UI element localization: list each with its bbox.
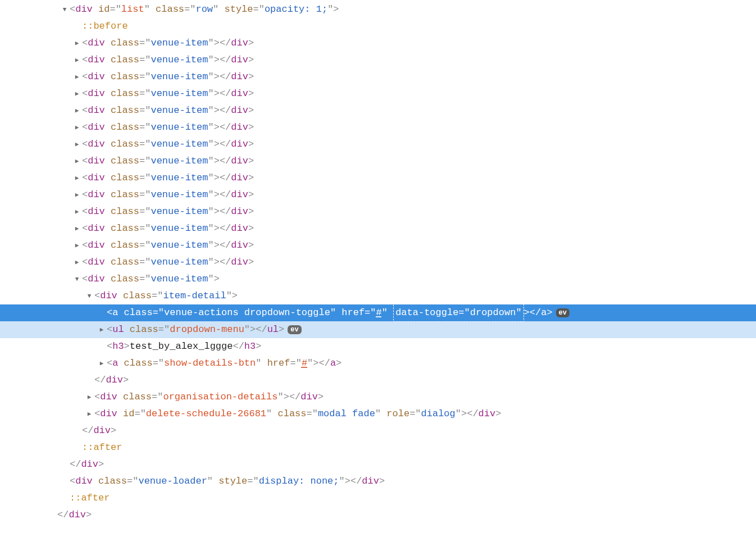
node-row-venue-item-expanded[interactable]: ▼ <div class="venue-item" > <box>0 271 756 288</box>
node-row-venue-item[interactable]: ▶<div class="venue-item"></div> <box>0 136 756 153</box>
node-row-venue-item[interactable]: ▶<div class="venue-item"></div> <box>0 69 756 85</box>
chevron-right-icon[interactable]: ▶ <box>73 203 81 220</box>
node-row-show-details[interactable]: ▶ <a class="show-details-btn" href="#" >… <box>0 355 756 372</box>
attr-value: display: none; <box>259 473 339 490</box>
attr-value: venue-item <box>151 69 208 85</box>
chevron-right-icon[interactable]: ▶ <box>73 237 81 254</box>
chevron-right-icon[interactable]: ▶ <box>73 220 81 237</box>
attr-value: delete-schedule-26681 <box>146 406 266 422</box>
attr-value: venue-item <box>151 186 208 203</box>
node-row-selected-anchor[interactable]: <a class="venue-actions dropdown-toggle"… <box>0 304 756 321</box>
chevron-right-icon[interactable]: ▶ <box>73 170 81 186</box>
attr-value: row <box>195 1 213 18</box>
attr-value: list <box>121 1 144 18</box>
attr-value: show-details-btn <box>164 355 256 372</box>
attr-value: opacity: 1; <box>265 1 327 18</box>
node-row-venue-item[interactable]: ▶<div class="venue-item"></div> <box>0 203 756 220</box>
chevron-right-icon[interactable]: ▶ <box>73 69 81 85</box>
node-row-venue-item[interactable]: ▶<div class="venue-item"></div> <box>0 170 756 186</box>
node-row-venue-item[interactable]: ▶<div class="venue-item"></div> <box>0 102 756 119</box>
node-row-dropdown-menu[interactable]: ▶ <ul class="dropdown-menu" ></ul> ev <box>0 321 756 338</box>
chevron-right-icon[interactable]: ▶ <box>85 406 93 422</box>
attr-value: venue-item <box>151 119 208 136</box>
attr-value: venue-item <box>151 203 208 220</box>
node-row-venue-item[interactable]: ▶<div class="venue-item"></div> <box>0 153 756 170</box>
attr-value: # <box>376 304 382 321</box>
chevron-right-icon[interactable]: ▶ <box>98 355 106 372</box>
chevron-right-icon[interactable]: ▶ <box>73 35 81 52</box>
node-row-venue-item[interactable]: ▶<div class="venue-item"></div> <box>0 52 756 69</box>
chevron-right-icon[interactable]: ▶ <box>73 85 81 102</box>
attr-value: venue-loader <box>138 473 207 490</box>
text-content: test_by_alex_lggge <box>130 338 233 355</box>
chevron-right-icon[interactable]: ▶ <box>98 321 106 338</box>
attr-value: venue-item <box>151 220 208 237</box>
node-row-close-div[interactable]: </div> <box>0 372 756 389</box>
chevron-right-icon[interactable]: ▶ <box>73 254 81 271</box>
node-row-close-div[interactable]: </div> <box>0 507 756 524</box>
attr-value: organisation-details <box>163 389 277 406</box>
dom-tree: ▼ <div id="list" class="row" style="opac… <box>0 0 756 524</box>
chevron-down-icon[interactable]: ▼ <box>85 288 93 304</box>
chevron-right-icon[interactable]: ▶ <box>85 389 93 406</box>
node-row-close-div[interactable]: </div> <box>0 422 756 439</box>
attr-value: # <box>302 355 307 372</box>
event-badge[interactable]: ev <box>556 308 570 317</box>
node-row-h3[interactable]: <h3>test_by_alex_lggge</h3> <box>0 338 756 355</box>
attr-value: venue-item <box>151 153 208 170</box>
node-row-close-div[interactable]: </div> <box>0 456 756 473</box>
pseudo-after[interactable]: ::after <box>0 439 756 456</box>
node-row-venue-item[interactable]: ▶<div class="venue-item"></div> <box>0 35 756 52</box>
chevron-right-icon[interactable]: ▶ <box>73 153 81 170</box>
chevron-down-icon[interactable]: ▼ <box>61 1 69 18</box>
pseudo-before[interactable]: ::before <box>0 18 756 35</box>
attr-value: dropdown-menu <box>170 321 244 338</box>
node-row-delete-schedule[interactable]: ▶ <div id="delete-schedule-26681" class=… <box>0 406 756 422</box>
attr-value: modal fade <box>318 406 375 422</box>
node-row-item-detail[interactable]: ▼ <div class="item-detail" > <box>0 288 756 304</box>
node-row-venue-item[interactable]: ▶<div class="venue-item"></div> <box>0 220 756 237</box>
attr-value: item-detail <box>163 288 226 304</box>
attr-value: dialog <box>421 406 456 422</box>
chevron-down-icon[interactable]: ▼ <box>73 271 81 288</box>
node-row-list[interactable]: ▼ <div id="list" class="row" style="opac… <box>0 1 756 18</box>
attr-value: venue-item <box>151 52 208 69</box>
node-row-venue-item[interactable]: ▶<div class="venue-item"></div> <box>0 186 756 203</box>
selected-attr-box: data-toggle="dropdown" <box>393 304 523 322</box>
attr-value: venue-item <box>151 35 208 52</box>
attr-value: venue-item <box>151 170 208 186</box>
attr-value: venue-item <box>151 102 208 119</box>
chevron-right-icon[interactable]: ▶ <box>73 52 81 69</box>
pseudo-after[interactable]: ::after <box>0 490 756 507</box>
event-badge[interactable]: ev <box>288 325 301 334</box>
attr-value: venue-item <box>151 136 208 153</box>
chevron-right-icon[interactable]: ▶ <box>73 136 81 153</box>
attr-value: venue-item <box>151 85 208 102</box>
chevron-right-icon[interactable]: ▶ <box>73 102 81 119</box>
attr-value: dropdown <box>470 307 516 318</box>
node-row-venue-loader[interactable]: <div class="venue-loader" style="display… <box>0 473 756 490</box>
chevron-right-icon[interactable]: ▶ <box>73 186 81 203</box>
node-row-venue-item[interactable]: ▶<div class="venue-item"></div> <box>0 119 756 136</box>
attr-value: venue-item <box>151 254 208 271</box>
node-row-venue-item[interactable]: ▶<div class="venue-item"></div> <box>0 237 756 254</box>
chevron-right-icon[interactable]: ▶ <box>73 119 81 136</box>
attr-value: venue-item <box>151 237 208 254</box>
node-row-org-details[interactable]: ▶ <div class="organisation-details" ></d… <box>0 389 756 406</box>
node-row-venue-item[interactable]: ▶<div class="venue-item"></div> <box>0 85 756 102</box>
node-row-venue-item[interactable]: ▶<div class="venue-item"></div> <box>0 254 756 271</box>
attr-value: venue-item <box>151 271 208 288</box>
attr-value: venue-actions dropdown-toggle <box>164 304 330 321</box>
